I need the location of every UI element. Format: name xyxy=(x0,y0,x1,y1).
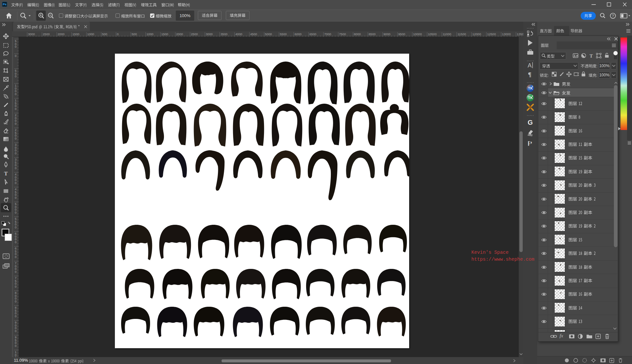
svg-text:10000: 10000 xyxy=(413,32,422,36)
svg-text:0: 0 xyxy=(15,75,16,78)
svg-text:¶: ¶ xyxy=(528,71,531,78)
svg-text:11500: 11500 xyxy=(458,32,466,36)
svg-text:5500: 5500 xyxy=(280,32,287,36)
svg-text:0: 0 xyxy=(15,137,16,140)
svg-text:13500: 13500 xyxy=(517,32,523,36)
svg-text:0: 0 xyxy=(15,54,16,58)
svg-text:9500: 9500 xyxy=(398,32,405,36)
svg-text:500: 500 xyxy=(102,32,107,36)
svg-text:8500: 8500 xyxy=(369,32,376,36)
svg-text:6500: 6500 xyxy=(309,32,316,36)
svg-text:3500: 3500 xyxy=(221,32,227,36)
svg-text:5000: 5000 xyxy=(265,32,272,36)
svg-text:0: 0 xyxy=(15,107,16,111)
svg-text:8000: 8000 xyxy=(354,32,361,36)
svg-text:13000: 13000 xyxy=(502,32,511,36)
svg-text:10500: 10500 xyxy=(428,32,436,36)
svg-text:0: 0 xyxy=(15,285,16,288)
svg-text:1500: 1500 xyxy=(161,32,168,36)
svg-text:500: 500 xyxy=(132,32,137,36)
svg-text:2500: 2500 xyxy=(43,32,50,36)
svg-text:0: 0 xyxy=(15,329,16,333)
svg-text:0: 0 xyxy=(15,270,16,273)
svg-text:G: G xyxy=(528,119,533,126)
svg-text:7: 7 xyxy=(532,95,533,98)
svg-text:0: 0 xyxy=(15,92,16,96)
svg-text:0: 0 xyxy=(15,226,16,229)
svg-text:2000: 2000 xyxy=(176,32,183,36)
svg-text:0: 0 xyxy=(15,241,16,244)
svg-text:0: 0 xyxy=(117,32,118,36)
svg-text:7: 7 xyxy=(532,85,533,88)
svg-text:7000: 7000 xyxy=(324,32,331,36)
svg-text:1000: 1000 xyxy=(146,32,153,36)
svg-text:0: 0 xyxy=(15,152,16,155)
svg-text:9000: 9000 xyxy=(383,32,390,36)
svg-text:?: ? xyxy=(612,14,614,18)
svg-text:1500: 1500 xyxy=(72,32,79,36)
svg-text:0: 0 xyxy=(15,300,16,303)
svg-text:0: 0 xyxy=(15,211,16,214)
svg-text:2500: 2500 xyxy=(191,32,198,36)
svg-text:1000: 1000 xyxy=(87,32,94,36)
svg-text:0: 0 xyxy=(15,255,16,259)
svg-text:0: 0 xyxy=(15,344,16,348)
svg-text:0: 0 xyxy=(15,122,16,125)
svg-text:4500: 4500 xyxy=(250,32,257,36)
svg-text:T: T xyxy=(590,53,593,58)
svg-text:A: A xyxy=(528,62,532,69)
svg-text:6000: 6000 xyxy=(295,32,302,36)
svg-text:T: T xyxy=(4,170,8,177)
svg-text:12000: 12000 xyxy=(472,32,481,36)
svg-text:4000: 4000 xyxy=(235,32,242,36)
svg-text:0: 0 xyxy=(15,196,16,199)
svg-text:7500: 7500 xyxy=(339,32,346,36)
svg-text:12500: 12500 xyxy=(487,32,496,36)
svg-text:3000: 3000 xyxy=(206,32,213,36)
svg-text:2000: 2000 xyxy=(58,32,65,36)
svg-text:11000: 11000 xyxy=(443,32,451,36)
svg-text:P: P xyxy=(529,140,533,147)
svg-text:0: 0 xyxy=(15,45,16,48)
svg-text:0: 0 xyxy=(15,167,16,170)
svg-text:3000: 3000 xyxy=(28,32,35,36)
svg-text:0: 0 xyxy=(15,315,16,318)
svg-text:0: 0 xyxy=(15,181,16,185)
